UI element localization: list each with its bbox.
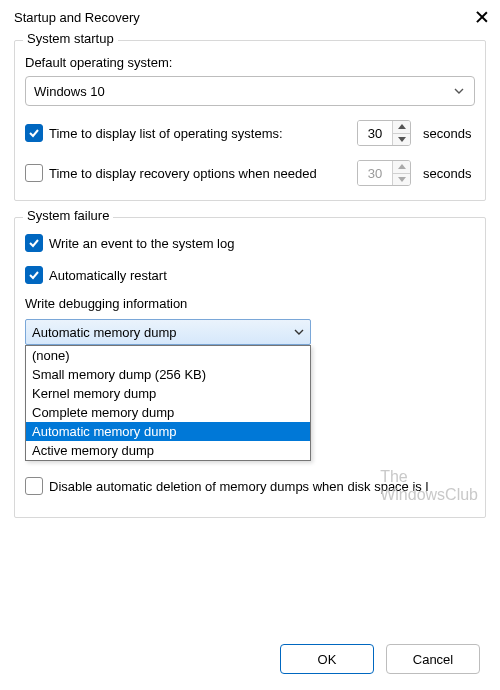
display-os-list-label: Time to display list of operating system… bbox=[49, 126, 283, 141]
chevron-down-icon bbox=[294, 327, 304, 337]
dropdown-option-automatic[interactable]: Automatic memory dump bbox=[26, 422, 310, 441]
display-recovery-value: 30 bbox=[358, 161, 392, 185]
default-os-select[interactable]: Windows 10 bbox=[25, 76, 475, 106]
default-os-value: Windows 10 bbox=[34, 84, 105, 99]
system-failure-group: System failure Write an event to the sys… bbox=[14, 217, 486, 518]
display-os-list-spinner[interactable]: 30 bbox=[357, 120, 411, 146]
cancel-button[interactable]: Cancel bbox=[386, 644, 480, 674]
disable-auto-delete-checkbox[interactable] bbox=[25, 477, 43, 495]
dropdown-option-complete[interactable]: Complete memory dump bbox=[26, 403, 310, 422]
write-event-checkbox[interactable] bbox=[25, 234, 43, 252]
ok-button[interactable]: OK bbox=[280, 644, 374, 674]
chevron-down-icon bbox=[454, 86, 464, 96]
seconds-unit: seconds bbox=[423, 126, 475, 141]
spinner-up-icon bbox=[393, 161, 410, 173]
window-title: Startup and Recovery bbox=[14, 10, 140, 25]
display-recovery-label: Time to display recovery options when ne… bbox=[49, 166, 317, 181]
auto-restart-label: Automatically restart bbox=[49, 268, 167, 283]
dropdown-option-kernel[interactable]: Kernel memory dump bbox=[26, 384, 310, 403]
disable-auto-delete-label: Disable automatic deletion of memory dum… bbox=[49, 479, 428, 494]
debug-info-label: Write debugging information bbox=[25, 296, 475, 311]
system-startup-legend: System startup bbox=[23, 31, 118, 46]
system-startup-group: System startup Default operating system:… bbox=[14, 40, 486, 201]
write-event-label: Write an event to the system log bbox=[49, 236, 234, 251]
auto-restart-checkbox[interactable] bbox=[25, 266, 43, 284]
display-os-list-checkbox[interactable] bbox=[25, 124, 43, 142]
display-recovery-spinner: 30 bbox=[357, 160, 411, 186]
dropdown-option-active[interactable]: Active memory dump bbox=[26, 441, 310, 460]
default-os-label: Default operating system: bbox=[25, 55, 475, 70]
dropdown-option-small[interactable]: Small memory dump (256 KB) bbox=[26, 365, 310, 384]
debug-info-combo[interactable]: Automatic memory dump bbox=[25, 319, 311, 345]
spinner-down-icon bbox=[393, 173, 410, 186]
display-os-list-value: 30 bbox=[358, 121, 392, 145]
system-failure-legend: System failure bbox=[23, 208, 113, 223]
spinner-down-icon[interactable] bbox=[393, 133, 410, 146]
debug-info-dropdown: (none) Small memory dump (256 KB) Kernel… bbox=[25, 345, 311, 461]
debug-info-combo-value: Automatic memory dump bbox=[32, 325, 177, 340]
seconds-unit: seconds bbox=[423, 166, 475, 181]
close-icon[interactable] bbox=[476, 11, 488, 23]
display-recovery-checkbox[interactable] bbox=[25, 164, 43, 182]
dropdown-option-none[interactable]: (none) bbox=[26, 346, 310, 365]
spinner-up-icon[interactable] bbox=[393, 121, 410, 133]
